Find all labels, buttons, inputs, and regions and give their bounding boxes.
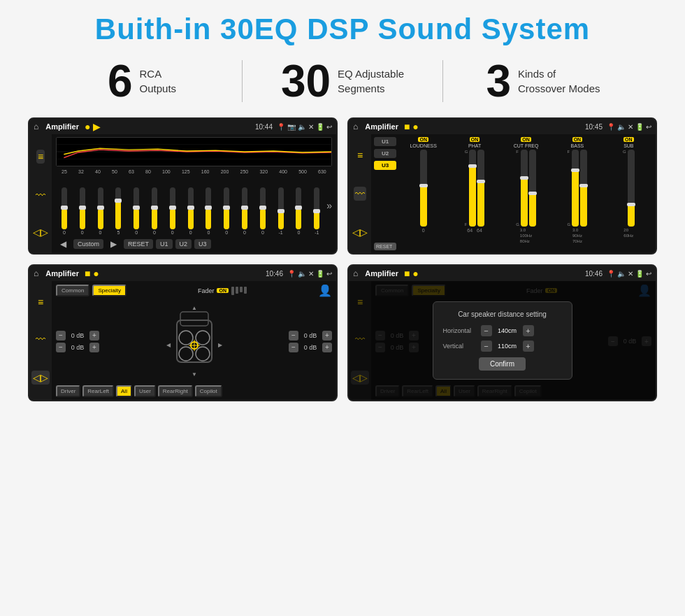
svg-text:◀: ◀ [166, 342, 171, 348]
screen3-home-icon[interactable]: ⌂ [34, 268, 38, 278]
screen2-title: Amplifier [365, 122, 398, 131]
speaker-sidebar-icon[interactable]: ◁▷ [33, 227, 48, 238]
screen3-common-tab[interactable]: Common [56, 285, 89, 296]
db-plus-2[interactable]: + [89, 343, 99, 352]
screen1-container: ⌂ Amplifier ● ▶ 10:44 📍 📷 🔈 ✕ 🔋 ↩ ≡ 〰 [28, 117, 338, 255]
eq-custom-btn[interactable]: Custom [73, 239, 103, 249]
screen3-wave-icon[interactable]: 〰 [36, 334, 45, 345]
db-plus-4[interactable]: + [322, 343, 332, 352]
horizontal-minus-btn[interactable]: − [481, 325, 492, 336]
channel-bass: ON BASS FG [553, 137, 601, 250]
screen3-driver-btn[interactable]: Driver [56, 385, 80, 397]
home-icon[interactable]: ⌂ [34, 122, 38, 131]
db-minus-2[interactable]: − [56, 343, 66, 352]
eq-prev-btn[interactable]: ◀ [56, 238, 71, 250]
screen3-body: ≡ 〰 ◁▷ Common Specialty Fader ON [29, 281, 336, 400]
db-plus-1[interactable]: + [89, 331, 99, 341]
screen3-container: ⌂ Amplifier ■ ● 10:46 📍 🔈 ✕ 🔋 ↩ ≡ 〰 ◁▷ [28, 264, 338, 401]
screen3-all-btn[interactable]: All [116, 385, 132, 397]
screen3-fader-on: ON [217, 288, 229, 293]
channel-phat: ON PHAT GF [450, 137, 498, 250]
db-minus-3[interactable]: − [289, 331, 298, 341]
wave-sidebar-icon[interactable]: 〰 [36, 189, 45, 201]
eq-slider-13: -1 [273, 187, 289, 235]
screen3-profile-icon[interactable]: 👤 [318, 284, 332, 297]
channel-loudness: ON LOUDNESS 0 [399, 137, 447, 250]
screen4-time: 10:46 [585, 270, 603, 278]
screen3-copilot-btn[interactable]: Copilot [195, 385, 222, 397]
screen4-topbar-icons: 📍 🔈 ✕ 🔋 ↩ [607, 270, 651, 278]
stats-row: 6 RCA Outputs 30 EQ Adjustable Segments … [21, 59, 664, 103]
back-icon[interactable]: ↩ [326, 123, 332, 131]
cutfreq-on-badge: ON [521, 137, 531, 142]
screen2-back-icon[interactable]: ↩ [646, 123, 651, 131]
screen3-fader-content: Common Specialty Fader ON [52, 281, 336, 400]
screen4-home-icon[interactable]: ⌂ [353, 268, 358, 278]
screen3-location-icon: 📍 [287, 270, 296, 278]
screen1-body: ≡ 〰 ◁▷ [29, 134, 336, 253]
eq-slider-2: 0 [74, 187, 91, 235]
db-plus-3[interactable]: + [322, 331, 332, 341]
screen2-body: ≡ 〰 ◁▷ U1 U2 U3 RESET ON [349, 134, 656, 253]
screen2-eq-icon[interactable]: ≡ [357, 150, 363, 161]
screen2-u2-btn[interactable]: U2 [374, 149, 396, 158]
db-val-1: 0 dB [68, 332, 87, 339]
dialog-horizontal-row: Horizontal − 140cm + [443, 325, 562, 336]
eq-play-btn[interactable]: ▶ [106, 238, 121, 250]
vertical-minus-btn[interactable]: − [481, 341, 492, 352]
screen3-time: 10:46 [266, 270, 283, 278]
screen3-user-btn[interactable]: User [134, 385, 156, 397]
sub-on-badge: ON [623, 137, 634, 142]
screen1-topbar-icons: 📍 📷 🔈 ✕ 🔋 ↩ [277, 123, 332, 131]
phat-on-badge: ON [470, 137, 480, 142]
eq-slider-12: 0 [254, 187, 271, 235]
svg-point-6 [179, 331, 193, 345]
eq-freq-labels: 2532405063 80100125160200 25032040050063… [56, 169, 332, 174]
channel-sub: ON SUB G [605, 137, 653, 250]
screen4-body: ≡ 〰 ◁▷ Common Specialty Fader ON 👤 [349, 281, 656, 400]
screen2-topbar-icons: 📍 🔈 ✕ 🔋 ↩ [607, 123, 651, 131]
screen2-home-icon[interactable]: ⌂ [353, 122, 358, 131]
eq-u3-btn[interactable]: U3 [194, 239, 211, 249]
svg-text:▼: ▼ [192, 371, 197, 376]
svg-rect-5 [180, 312, 208, 326]
screen3-speaker-icon[interactable]: ◁▷ [31, 371, 50, 385]
screen2-wifi-icon: ✕ [628, 123, 633, 131]
horizontal-value: 140cm [495, 327, 520, 334]
screen3-specialty-tab[interactable]: Specialty [92, 285, 126, 296]
screen3-back-icon[interactable]: ↩ [326, 270, 332, 278]
screen2-preset-col: U1 U2 U3 RESET [374, 137, 396, 250]
screen2-battery-icon: 🔋 [635, 123, 644, 131]
screen2-u1-btn[interactable]: U1 [374, 137, 396, 146]
eq-u2-btn[interactable]: U2 [175, 239, 192, 249]
screen4-back-icon[interactable]: ↩ [646, 270, 651, 278]
vertical-plus-btn[interactable]: + [523, 341, 534, 352]
eq-slider-11: 0 [236, 187, 253, 235]
screen1-sidebar: ≡ 〰 ◁▷ [29, 134, 52, 253]
db-val-3: 0 dB [301, 332, 320, 339]
screen1-dots: ● ▶ [85, 121, 101, 132]
horizontal-plus-btn[interactable]: + [523, 325, 534, 336]
screen2-wave-icon[interactable]: 〰 [354, 187, 366, 201]
db-minus-1[interactable]: − [56, 331, 66, 341]
screen2-topbar: ⌂ Amplifier ■ ● 10:45 📍 🔈 ✕ 🔋 ↩ [349, 119, 656, 134]
eq-slider-14: 0 [291, 187, 308, 235]
screen3-volume-icon: 🔈 [298, 270, 306, 278]
eq-slider-5: 0 [128, 187, 145, 235]
eq-sidebar-icon[interactable]: ≡ [36, 150, 45, 164]
db-minus-4[interactable]: − [289, 343, 298, 352]
eq-u1-btn[interactable]: U1 [156, 239, 173, 249]
confirm-button[interactable]: Confirm [479, 357, 526, 371]
screen2-reset-btn[interactable]: RESET [374, 243, 396, 250]
screen3-title: Amplifier [45, 269, 79, 278]
screen2-u3-btn[interactable]: U3 [374, 161, 396, 170]
screen4-location-icon: 📍 [607, 270, 615, 278]
screen3-rearleft-btn[interactable]: RearLeft [82, 385, 114, 397]
screen3-eq-icon[interactable]: ≡ [38, 296, 43, 308]
screen3-topbar-icons: 📍 🔈 ✕ 🔋 ↩ [287, 270, 332, 278]
svg-point-7 [196, 331, 210, 345]
screen2-speaker-icon[interactable]: ◁▷ [352, 227, 368, 238]
eq-forward-icon[interactable]: » [326, 200, 332, 211]
screen3-rearright-btn[interactable]: RearRight [158, 385, 193, 397]
eq-reset-btn[interactable]: RESET [124, 239, 153, 249]
